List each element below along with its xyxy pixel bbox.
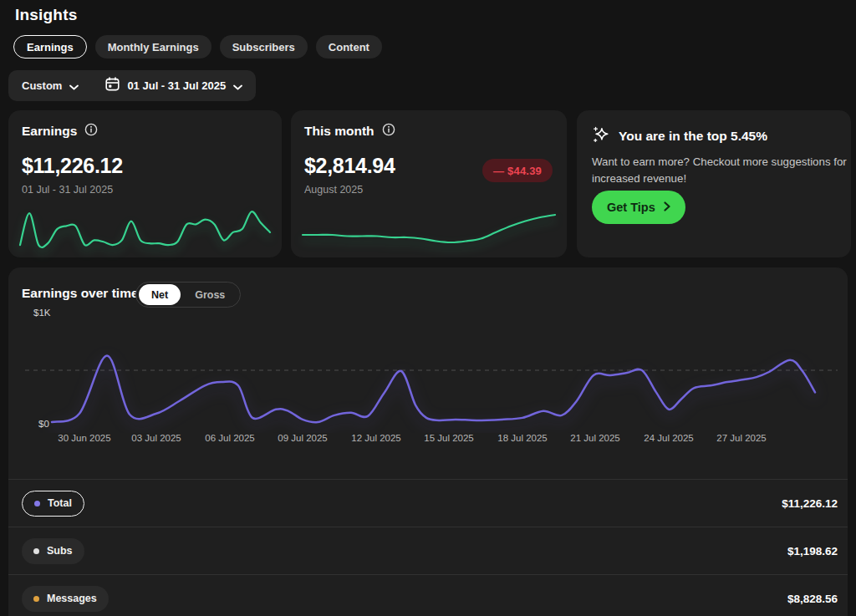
legend-label: Subs xyxy=(47,545,73,557)
x-tick-label: 12 Jul 2025 xyxy=(351,433,400,443)
x-tick-label: 06 Jul 2025 xyxy=(205,433,254,443)
x-tick-label: 03 Jul 2025 xyxy=(131,433,181,443)
legend-value-subs: $1,198.62 xyxy=(787,545,838,557)
x-tick-label: 18 Jul 2025 xyxy=(497,433,547,443)
negative-delta-badge: — $44.39 xyxy=(482,159,553,182)
page-title: Insights xyxy=(15,6,77,24)
toggle-gross[interactable]: Gross xyxy=(182,284,237,305)
x-tick-label: 09 Jul 2025 xyxy=(278,433,327,443)
x-tick-label: 15 Jul 2025 xyxy=(424,433,473,443)
earnings-period: 01 Jul - 31 Jul 2025 xyxy=(22,184,113,196)
earnings-sparkline-chart xyxy=(17,203,273,253)
date-range-picker[interactable]: 01 Jul - 31 Jul 2025 xyxy=(105,77,242,94)
info-icon[interactable] xyxy=(382,123,395,140)
x-tick-label: 30 Jun 2025 xyxy=(58,433,110,443)
chevron-right-icon xyxy=(664,201,670,214)
earnings-card-title: Earnings xyxy=(22,124,77,139)
earnings-over-time-chart[interactable] xyxy=(8,316,848,433)
tab-monthly-earnings[interactable]: Monthly Earnings xyxy=(95,35,211,59)
x-tick-label: 21 Jul 2025 xyxy=(570,433,619,443)
toggle-net[interactable]: Net xyxy=(139,284,181,305)
this-month-amount: $2,814.94 xyxy=(304,154,395,178)
sparkle-icon xyxy=(592,125,610,147)
tips-card-title: You are in the top 5.45% xyxy=(619,129,767,144)
filter-bar: Custom 01 Jul - 31 Jul 2025 xyxy=(8,70,256,101)
legend-rows: Total$11,226.12Subs$1,198.62Messages$8,8… xyxy=(8,479,848,616)
x-tick-label: 24 Jul 2025 xyxy=(644,433,693,443)
x-tick-label: 27 Jul 2025 xyxy=(716,433,766,443)
legend-dot-subs xyxy=(33,548,39,554)
get-tips-button[interactable]: Get Tips xyxy=(592,191,685,224)
tab-bar: EarningsMonthly EarningsSubscribersConte… xyxy=(13,35,382,59)
legend-label: Messages xyxy=(47,593,97,604)
tab-earnings[interactable]: Earnings xyxy=(13,35,87,59)
this-month-period: August 2025 xyxy=(304,184,363,196)
legend-value-total: $11,226.12 xyxy=(782,497,838,510)
preset-label: Custom xyxy=(22,79,62,92)
calendar-icon xyxy=(105,77,120,94)
tab-subscribers[interactable]: Subscribers xyxy=(220,35,308,59)
earnings-over-time-card: Earnings over time NetGross $1K $0 30 Ju… xyxy=(8,267,848,616)
this-month-card: This month $2,814.94 August 2025 — $44.3… xyxy=(291,110,567,257)
legend-row-total: Total$11,226.12 xyxy=(8,479,848,527)
preset-dropdown[interactable]: Custom xyxy=(22,79,79,94)
this-month-sparkline-chart xyxy=(299,203,558,253)
line-series xyxy=(303,215,555,242)
get-tips-label: Get Tips xyxy=(607,201,655,214)
this-month-card-title: This month xyxy=(304,124,374,139)
chevron-down-icon xyxy=(69,79,79,94)
legend-pill-total[interactable]: Total xyxy=(22,491,84,517)
tips-card-body: Want to earn more? Checkout more suggest… xyxy=(592,154,848,187)
legend-label: Total xyxy=(48,497,72,509)
line-series xyxy=(20,211,270,247)
tips-card: You are in the top 5.45% Want to earn mo… xyxy=(577,110,851,257)
legend-dot-messages xyxy=(33,596,39,602)
legend-pill-messages[interactable]: Messages xyxy=(22,586,109,612)
x-axis-labels: 30 Jun 202503 Jul 202506 Jul 202509 Jul … xyxy=(8,433,848,446)
legend-row-messages: Messages$8,828.56 xyxy=(8,574,848,616)
line-series xyxy=(52,356,815,423)
tab-content[interactable]: Content xyxy=(316,35,382,59)
legend-dot-total xyxy=(34,501,40,507)
chart-title: Earnings over time xyxy=(22,286,139,301)
date-range-label: 01 Jul - 31 Jul 2025 xyxy=(127,79,226,92)
chevron-down-icon xyxy=(233,79,242,94)
legend-row-subs: Subs$1,198.62 xyxy=(8,527,848,574)
earnings-card: Earnings $11,226.12 01 Jul - 31 Jul 2025 xyxy=(8,110,282,257)
legend-pill-subs[interactable]: Subs xyxy=(22,538,84,564)
net-gross-toggle: NetGross xyxy=(135,282,241,308)
earnings-amount: $11,226.12 xyxy=(22,154,123,178)
info-icon[interactable] xyxy=(84,123,98,140)
legend-value-messages: $8,828.56 xyxy=(787,593,838,605)
